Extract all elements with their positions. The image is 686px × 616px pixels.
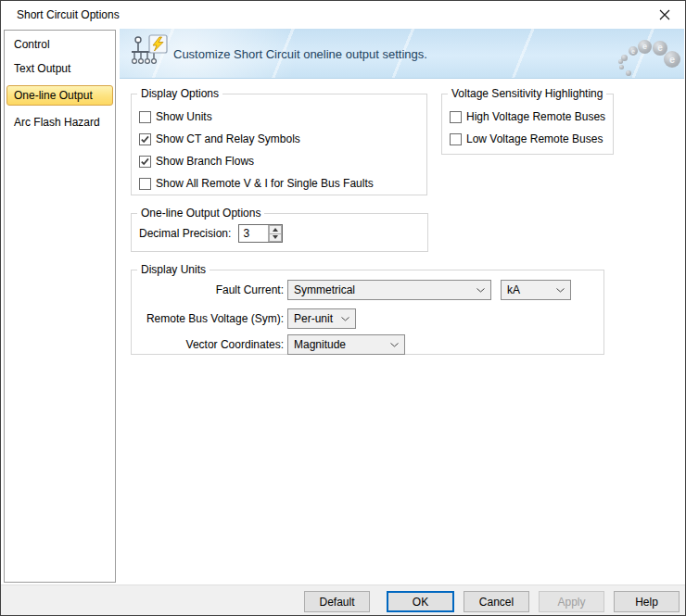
button-label: Cancel (479, 596, 514, 609)
checkbox-label: Low Voltage Remote Buses (466, 132, 603, 145)
checkbox-row-show-branch-flows[interactable]: Show Branch Flows (139, 150, 426, 172)
checkbox-high-voltage-remote-buses[interactable] (450, 111, 462, 123)
cancel-button[interactable]: Cancel (464, 591, 529, 612)
group-title: Display Units (137, 263, 210, 276)
group-title: Voltage Sensitivity Highlighting (448, 87, 606, 100)
checkbox-label: Show All Remote V & I for Single Bus Fau… (156, 177, 374, 190)
up-arrow-icon (273, 228, 278, 232)
sidebar-item-label: Control (14, 38, 50, 51)
chevron-down-icon (335, 317, 355, 321)
close-button[interactable] (650, 3, 680, 27)
checkbox-low-voltage-remote-buses[interactable] (450, 133, 462, 145)
sidebar-item-control[interactable]: Control (6, 34, 113, 55)
chevron-down-icon (470, 288, 490, 293)
checkbox-row-low-voltage[interactable]: Low Voltage Remote Buses (450, 128, 613, 150)
sidebar-item-label: Arc Flash Hazard (14, 116, 100, 129)
banner-message: Customize Short Circuit oneline output s… (173, 29, 427, 79)
spin-down-button[interactable] (269, 234, 282, 243)
group-display-units: Display Units Fault Current: Symmetrical… (131, 270, 604, 355)
ok-button[interactable]: OK (387, 591, 454, 612)
group-voltage-sensitivity-highlighting: Voltage Sensitivity Highlighting High Vo… (441, 94, 614, 155)
logo-circle (619, 65, 624, 69)
apply-button: Apply (539, 591, 604, 612)
remote-bus-voltage-combo[interactable]: Per-unit (287, 308, 356, 329)
group-title: Display Options (137, 87, 222, 100)
sidebar-item-text-output[interactable]: Text Output (6, 58, 113, 79)
checkbox-row-show-ct-relay[interactable]: Show CT and Relay Symbols (139, 128, 426, 150)
checkbox-label: High Voltage Remote Buses (466, 110, 605, 123)
help-button[interactable]: Help (614, 591, 680, 612)
checkbox-show-units[interactable] (139, 111, 151, 123)
vector-coordinates-combo[interactable]: Magnitude (287, 334, 405, 355)
footer-bar: Default OK Cancel Apply Help (1, 585, 685, 615)
down-arrow-icon (273, 235, 278, 239)
checkbox-row-show-units[interactable]: Show Units (139, 106, 426, 128)
sidebar-item-arc-flash-hazard[interactable]: Arc Flash Hazard (6, 112, 113, 132)
logo-circle (626, 70, 631, 76)
button-label: OK (413, 596, 428, 609)
fault-current-row: Fault Current: Symmetrical kA (132, 280, 571, 300)
checkbox-show-ct-and-relay-symbols[interactable] (139, 133, 151, 145)
group-display-options: Display Options Show Units Show CT and R… (131, 94, 427, 195)
checkbox-label: Show CT and Relay Symbols (156, 132, 300, 145)
combo-value: Per-unit (288, 312, 335, 325)
group-one-line-output-options: One-line Output Options Decimal Precisio… (131, 213, 428, 252)
logo-circle (618, 59, 623, 64)
remote-bus-voltage-row: Remote Bus Voltage (Sym): Per-unit (132, 308, 356, 329)
banner: Customize Short Circuit oneline output s… (120, 29, 684, 79)
checkmark-icon (140, 157, 150, 167)
fault-current-unit-combo[interactable]: kA (501, 280, 571, 300)
logo-circle: e (638, 40, 652, 54)
combo-value: Symmetrical (288, 283, 470, 296)
spin-up-button[interactable] (269, 225, 282, 234)
vector-coordinates-row: Vector Coordinates: Magnitude (132, 334, 405, 355)
checkbox-show-branch-flows[interactable] (139, 156, 151, 168)
sidebar-item-label: One-line Output (14, 89, 93, 102)
remote-bus-voltage-label: Remote Bus Voltage (Sym): (135, 312, 284, 325)
checkbox-label: Show Units (156, 110, 212, 123)
sidebar-list: Control Text Output One-line Output Arc … (4, 30, 116, 583)
spinner-buttons (268, 225, 282, 242)
button-label: Apply (557, 596, 585, 609)
logo-circle: e (629, 46, 638, 56)
decimal-precision-label: Decimal Precision: (139, 227, 231, 240)
chevron-down-icon (550, 288, 570, 293)
titlebar: Short Circuit Options (1, 1, 685, 29)
chevron-down-icon (384, 343, 404, 347)
vector-coordinates-label: Vector Coordinates: (135, 338, 284, 351)
checkmark-icon (140, 134, 150, 145)
group-title: One-line Output Options (137, 207, 264, 220)
decimal-precision-value[interactable]: 3 (239, 225, 268, 242)
checkbox-row-high-voltage[interactable]: High Voltage Remote Buses (450, 106, 613, 128)
button-label: Default (319, 596, 354, 609)
combo-value: Magnitude (288, 338, 384, 351)
checkbox-show-all-remote-v-i[interactable] (139, 178, 151, 190)
checkbox-label: Show Branch Flows (156, 155, 254, 168)
logo-circle: e (653, 41, 667, 56)
sidebar-item-one-line-output[interactable]: One-line Output (6, 85, 113, 106)
window-title: Short Circuit Options (17, 8, 120, 21)
sidebar-item-label: Text Output (14, 62, 70, 75)
close-icon (659, 9, 670, 20)
short-circuit-options-dialog: Short Circuit Options Customize Short Ci… (0, 0, 686, 616)
checkbox-row-show-all-remote[interactable]: Show All Remote V & I for Single Bus Fau… (139, 172, 426, 195)
oneline-diagram-lightning-icon (129, 34, 170, 73)
button-label: Help (635, 596, 658, 609)
combo-value: kA (502, 283, 550, 296)
fault-current-label: Fault Current: (135, 283, 284, 296)
fault-current-combo[interactable]: Symmetrical (287, 280, 491, 300)
default-button[interactable]: Default (304, 591, 370, 612)
logo-circle: e (664, 51, 680, 68)
decimal-precision-spinner[interactable]: 3 (238, 224, 283, 243)
